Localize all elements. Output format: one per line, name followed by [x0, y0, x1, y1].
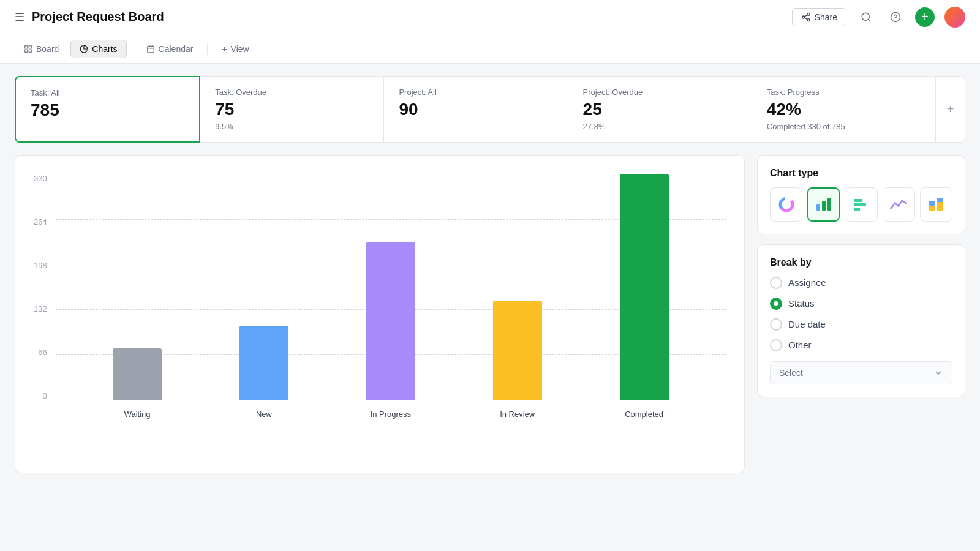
tab-charts[interactable]: Charts — [70, 40, 126, 58]
svg-rect-22 — [827, 198, 831, 211]
svg-point-29 — [901, 200, 903, 202]
break-by-options: AssigneeStatusDue dateOther — [770, 277, 952, 351]
svg-point-19 — [783, 201, 790, 208]
tab-view[interactable]: + View — [213, 40, 258, 58]
tab-view-label: View — [231, 44, 249, 54]
help-icon[interactable] — [886, 7, 905, 27]
y-axis-label: 330 — [34, 174, 47, 183]
svg-rect-34 — [937, 198, 943, 202]
charts-icon — [80, 45, 88, 53]
stacked-chart-icon — [927, 197, 944, 212]
share-button[interactable]: Share — [792, 8, 846, 26]
svg-rect-20 — [816, 204, 820, 211]
bars-area — [56, 174, 726, 400]
x-axis-label: In Progress — [366, 405, 415, 419]
chevron-down-icon — [933, 368, 943, 378]
svg-point-26 — [890, 207, 892, 209]
radio-circle — [770, 277, 782, 289]
svg-rect-21 — [822, 201, 826, 211]
card-project-overdue-label: Project: Overdue — [583, 88, 737, 97]
radio-circle — [770, 318, 782, 331]
chart-type-stacked[interactable] — [920, 187, 952, 222]
add-card-button[interactable]: + — [936, 76, 965, 143]
board-icon — [24, 45, 32, 53]
tab-divider-2 — [207, 43, 208, 55]
calendar-icon — [146, 45, 155, 53]
svg-line-4 — [804, 15, 807, 17]
svg-rect-23 — [854, 199, 862, 202]
summary-cards: Task: All 785 Task: Overdue 75 9.5% Proj… — [15, 76, 965, 143]
radio-label: Status — [788, 298, 815, 309]
svg-point-1 — [802, 16, 805, 18]
card-task-all[interactable]: Task: All 785 — [15, 76, 200, 143]
chart-type-donut[interactable] — [770, 187, 802, 222]
tabs-bar: Board Charts Calendar + View — [0, 34, 980, 64]
radio-label: Due date — [788, 319, 826, 329]
card-project-all-label: Project: All — [399, 88, 552, 97]
radio-option[interactable]: Due date — [770, 318, 952, 331]
y-axis-label: 66 — [34, 348, 47, 357]
radio-option[interactable]: Other — [770, 339, 952, 351]
radio-option[interactable]: Status — [770, 298, 952, 310]
header: ☰ Project Request Board Share + — [0, 0, 980, 34]
svg-line-3 — [804, 18, 807, 20]
select-placeholder: Select — [779, 368, 803, 378]
menu-icon[interactable]: ☰ — [15, 10, 24, 24]
radio-option[interactable]: Assignee — [770, 277, 952, 289]
y-axis-label: 198 — [34, 261, 47, 270]
other-select[interactable]: Select — [770, 361, 952, 384]
card-task-all-value: 785 — [31, 101, 184, 120]
card-task-progress[interactable]: Task: Progress 42% Completed 330 of 785 — [752, 76, 936, 143]
card-task-progress-label: Task: Progress — [767, 88, 921, 97]
tab-calendar[interactable]: Calendar — [137, 40, 203, 58]
svg-point-0 — [807, 13, 810, 15]
card-project-overdue[interactable]: Project: Overdue 25 27.8% — [568, 76, 752, 143]
svg-rect-12 — [29, 50, 31, 52]
y-axis-label: 0 — [34, 391, 47, 400]
avatar[interactable] — [944, 7, 965, 28]
card-project-all-value: 90 — [399, 100, 552, 119]
break-by-title: Break by — [770, 257, 952, 268]
bar[interactable] — [620, 174, 669, 400]
bar[interactable] — [493, 301, 542, 400]
radio-circle — [770, 298, 782, 310]
chart-type-bar[interactable] — [807, 187, 840, 222]
break-by-section: Break by AssigneeStatusDue dateOther Sel… — [757, 244, 965, 397]
share-icon — [801, 12, 811, 22]
bar[interactable] — [239, 326, 288, 400]
svg-point-27 — [894, 202, 896, 204]
card-project-all[interactable]: Project: All 90 — [384, 76, 568, 143]
svg-line-6 — [868, 19, 870, 21]
tab-board-label: Board — [36, 44, 59, 54]
svg-point-2 — [807, 18, 810, 21]
tab-board[interactable]: Board — [15, 40, 68, 58]
bar[interactable] — [366, 242, 415, 400]
search-icon[interactable] — [856, 7, 876, 27]
svg-rect-10 — [29, 45, 31, 48]
main-row: 330264198132660 WaitingNewIn — [15, 155, 965, 473]
svg-rect-13 — [147, 46, 154, 53]
chart-type-hbar[interactable] — [845, 187, 877, 222]
svg-rect-9 — [25, 45, 28, 48]
card-task-overdue[interactable]: Task: Overdue 75 9.5% — [200, 76, 384, 143]
radio-label: Assignee — [788, 277, 826, 288]
chart-type-row — [770, 187, 952, 222]
svg-rect-24 — [854, 203, 866, 206]
card-task-overdue-label: Task: Overdue — [215, 88, 369, 97]
card-task-overdue-value: 75 — [215, 100, 369, 119]
add-button[interactable]: + — [915, 7, 935, 27]
svg-point-28 — [897, 204, 900, 207]
svg-rect-32 — [929, 201, 935, 206]
x-labels: WaitingNewIn ProgressIn ReviewCompleted — [56, 405, 726, 419]
chart-type-line[interactable] — [883, 187, 915, 222]
card-project-overdue-value: 25 — [583, 100, 737, 119]
bar[interactable] — [113, 348, 162, 400]
x-axis-label: New — [239, 405, 288, 419]
radio-label: Other — [788, 340, 812, 350]
card-task-progress-sub: Completed 330 of 785 — [767, 122, 921, 131]
chart-type-title: Chart type — [770, 168, 952, 179]
y-axis-label: 264 — [34, 217, 47, 227]
chart-type-section: Chart type — [757, 155, 965, 234]
card-task-progress-value: 42% — [767, 100, 921, 119]
svg-point-5 — [862, 13, 869, 20]
